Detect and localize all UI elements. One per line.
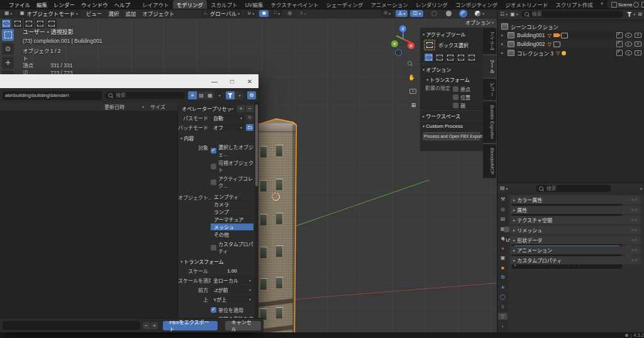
properties-search[interactable] xyxy=(536,185,611,192)
apply-unit-checkbox[interactable] xyxy=(211,307,216,313)
workspace-tab[interactable]: モデリング xyxy=(173,0,208,9)
editor-type-button[interactable]: ▦▾ xyxy=(2,10,15,17)
workspace-tab[interactable]: コンポジティング xyxy=(452,0,502,9)
cancel-button[interactable]: キャンセル xyxy=(225,321,261,330)
forward-dropdown[interactable]: -Zが前▾ xyxy=(211,286,253,293)
proportional-falloff-icon[interactable]: ◎ xyxy=(285,10,294,17)
tool-select-box[interactable] xyxy=(2,29,14,41)
topbar-menu[interactable]: 編集 xyxy=(33,1,50,8)
n-panel-tab[interactable]: アイテム xyxy=(483,28,496,54)
display-list-icon[interactable]: ≡ xyxy=(188,91,197,99)
workspace-section-header[interactable]: ▸ワークスペース xyxy=(420,110,483,121)
tool-cursor[interactable]: ⊙ xyxy=(2,43,14,55)
mode-intersect-icon[interactable] xyxy=(467,53,476,62)
close-button[interactable]: ✕ xyxy=(241,74,258,88)
select-extend-icon[interactable] xyxy=(13,19,23,28)
expand-icon[interactable]: ▸ xyxy=(501,50,508,55)
limit-checkbox[interactable] xyxy=(453,86,458,92)
transform-section-header[interactable]: ▾トランスフォーム xyxy=(420,74,483,84)
workspace-tab[interactable]: アニメーション xyxy=(367,0,412,9)
pan-hand-button[interactable]: ✋ xyxy=(406,72,417,82)
outliner-search-input[interactable] xyxy=(531,11,621,18)
select-new-icon[interactable] xyxy=(1,19,11,28)
camera-view-button[interactable] xyxy=(408,86,418,96)
tab-object[interactable]: ■ xyxy=(498,264,508,271)
options-section-header[interactable]: ▾オプション xyxy=(420,64,483,74)
collapsed-panel[interactable]: ▸ カラー属性 ≡≡ xyxy=(510,196,641,204)
workspace-tab[interactable]: テクスチャペイント xyxy=(267,0,322,9)
content-section-header[interactable]: ▾内容 xyxy=(180,135,255,142)
mode-subtract-icon[interactable] xyxy=(445,53,455,62)
workspace-tab[interactable]: UV編集 xyxy=(242,0,267,9)
pin-icon[interactable] xyxy=(633,2,639,8)
proportional-edit-icon[interactable]: ∷▾ xyxy=(271,10,282,17)
selectable-checkbox[interactable] xyxy=(616,41,623,47)
n-panel-tab[interactable]: BlenderMCP xyxy=(483,144,496,179)
viewport-menu[interactable]: 追加 xyxy=(122,9,139,17)
filter-funnel-icon[interactable] xyxy=(226,91,235,99)
options-scrollbar[interactable] xyxy=(255,104,258,186)
target-checkbox[interactable] xyxy=(211,148,216,154)
n-panel-tab[interactable]: ビュー xyxy=(483,79,496,101)
render-visibility-icon[interactable] xyxy=(635,42,641,47)
hide-eye-icon[interactable] xyxy=(625,50,632,55)
settings-gear-icon[interactable]: ⚙ xyxy=(247,91,256,99)
outliner-search[interactable] xyxy=(521,11,624,18)
object-type-option[interactable]: その他 xyxy=(211,231,253,239)
properties-search-input[interactable] xyxy=(545,185,608,192)
viewport-menu[interactable]: オブジェクト xyxy=(139,9,177,17)
select-invert-icon[interactable] xyxy=(35,19,45,28)
tab-render[interactable]: ◎ xyxy=(498,206,508,213)
gizmo-z-axis[interactable]: Z xyxy=(399,25,406,32)
path-mode-dropdown[interactable]: 自動▾ xyxy=(211,114,245,121)
topbar-menu[interactable]: ファイル xyxy=(6,1,33,8)
preset-add-button[interactable]: + xyxy=(237,105,245,112)
outliner-display-mode-icon[interactable]: ☷ xyxy=(500,12,504,17)
outliner-row-building002[interactable]: ▸ Building002 ▽ xyxy=(497,40,644,48)
target-checkbox[interactable] xyxy=(211,179,216,185)
workspace-tab[interactable]: ジオメトリノード xyxy=(501,0,552,9)
tab-tool[interactable]: ⚒ xyxy=(498,196,508,203)
object-type-option[interactable]: メッシュ xyxy=(211,223,253,231)
new-scene-icon[interactable] xyxy=(641,2,644,8)
falloff-curve-icon[interactable]: ∧▾ xyxy=(297,10,309,17)
outliner-row-building001[interactable]: ▸ Building001 ▽ xyxy=(497,31,644,40)
tab-output[interactable]: ▤ xyxy=(498,215,508,222)
perspective-toggle-button[interactable]: ⊞ xyxy=(408,99,419,110)
workspace-tab[interactable]: + xyxy=(597,0,608,9)
workspace-tab[interactable]: スクリプト作成 xyxy=(552,0,597,9)
outliner-filter-obj-icon[interactable]: ▣ xyxy=(510,12,515,17)
viewport-menu[interactable]: ビュー xyxy=(83,9,106,17)
batch-mode-dropdown[interactable]: オフ▾ xyxy=(211,123,245,131)
operator-presets-dropdown[interactable]: オペレータープリセット▾ xyxy=(179,104,236,112)
filter-funnel-icon[interactable] xyxy=(626,12,632,17)
tab-material[interactable]: ◐ xyxy=(498,323,508,330)
hide-eye-icon[interactable] xyxy=(625,33,632,38)
building-model[interactable] xyxy=(254,118,297,332)
decrement-button[interactable]: − xyxy=(143,322,150,329)
tab-world[interactable]: ● xyxy=(498,245,508,252)
mode-extend-icon[interactable] xyxy=(435,53,444,62)
object-type-option[interactable]: エンプティ xyxy=(211,193,253,201)
collapsed-panel[interactable]: ▸ カスタムプロパティ ≡≡ xyxy=(510,256,641,264)
properties-editor-icon[interactable]: ▤ xyxy=(500,186,505,191)
n-panel-tab[interactable]: Bundle Exporter xyxy=(483,101,496,143)
shading-material-icon[interactable] xyxy=(457,10,469,17)
tool-move[interactable]: ✛ xyxy=(2,57,14,69)
sort-icon[interactable]: ▾ xyxy=(142,104,144,109)
active-tool-header[interactable]: ▾アクティブツール xyxy=(420,29,483,39)
limit-checkbox[interactable] xyxy=(453,103,458,108)
preset-remove-button[interactable]: − xyxy=(246,105,253,112)
custom-props-checkbox[interactable] xyxy=(211,245,216,251)
tab-particles[interactable]: ∗ xyxy=(498,284,508,291)
target-checkbox[interactable] xyxy=(211,164,216,169)
topbar-menu[interactable]: ヘルプ xyxy=(111,1,134,8)
gizmo-x-axis[interactable]: X xyxy=(408,42,414,49)
scene-selector[interactable]: Scene ✕ xyxy=(608,1,644,8)
scene-collection-row[interactable]: シーンコレクション xyxy=(497,22,644,31)
render-visibility-icon[interactable] xyxy=(635,50,641,55)
gizmo-toggle-icon[interactable]: ⟐▾ xyxy=(381,10,393,17)
file-search-input[interactable] xyxy=(114,92,182,99)
collapsed-panel[interactable]: ▸ テクスチャ空間 ≡≡ xyxy=(510,216,641,224)
snap-selector[interactable]: ∪▾ xyxy=(245,10,257,17)
